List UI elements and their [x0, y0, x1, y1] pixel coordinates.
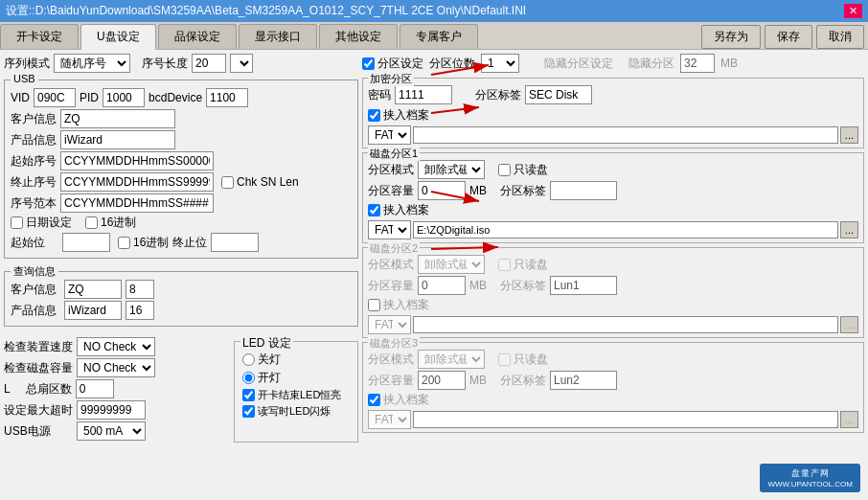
- hex16-2-checkbox[interactable]: [118, 237, 130, 249]
- serial-len-label: 序号长度: [142, 56, 188, 72]
- disk1-capacity-input[interactable]: [418, 181, 466, 200]
- disk2-capacity-input[interactable]: [418, 276, 466, 295]
- disk2-mode-select[interactable]: 卸除式磁碟: [418, 255, 485, 274]
- disk2-readonly-label[interactable]: 只读盘: [498, 257, 548, 273]
- led-finish-label[interactable]: 开卡结束LED恒亮: [242, 388, 350, 402]
- chk-sn-len-label[interactable]: Chk SN Len: [221, 175, 299, 189]
- cancel-button[interactable]: 取消: [816, 25, 864, 49]
- partition-count-select[interactable]: 1234: [481, 54, 519, 73]
- tab-usb-setting[interactable]: U盘设定: [80, 24, 156, 50]
- disk1-mode-select[interactable]: 卸除式磁碟: [418, 160, 485, 179]
- pid-input[interactable]: [103, 88, 145, 107]
- led-on-radio[interactable]: [242, 372, 255, 384]
- disk1-archive-check[interactable]: 挟入档案: [368, 202, 858, 218]
- disk2-tag-input[interactable]: [550, 276, 617, 295]
- q-product-input[interactable]: [64, 301, 122, 320]
- check-speed-select[interactable]: NO Check: [77, 337, 155, 356]
- disk1-tag-input[interactable]: [550, 181, 617, 200]
- start-sn-input[interactable]: [60, 151, 214, 170]
- close-button[interactable]: ✕: [844, 4, 862, 18]
- serial-mode-select[interactable]: 随机序号: [54, 54, 130, 73]
- disk3-capacity-input[interactable]: [418, 371, 466, 390]
- disk1-readonly-checkbox[interactable]: [498, 164, 511, 176]
- start-pos-label: 起始位: [11, 235, 58, 251]
- partition-tag-1-input[interactable]: [525, 85, 592, 104]
- date-setting-checkbox[interactable]: [11, 216, 23, 229]
- browse-disk1-button[interactable]: ...: [840, 221, 858, 239]
- tab-open-card[interactable]: 开卡设定: [0, 24, 79, 49]
- check-section: 检查装置速度 NO Check 检查磁盘容量 NO Check L 总扇区数: [4, 337, 226, 443]
- led-finish-checkbox[interactable]: [242, 389, 255, 401]
- led-read-checkbox[interactable]: [242, 405, 255, 418]
- led-off-radio[interactable]: [242, 353, 255, 366]
- tab-other[interactable]: 其他设定: [319, 24, 398, 49]
- tab-customer[interactable]: 专属客户: [400, 24, 478, 49]
- disk3-fat-select[interactable]: FAT: [368, 410, 411, 429]
- customer-input[interactable]: [60, 109, 175, 128]
- disk3-file-path-input[interactable]: [413, 411, 838, 428]
- disk2-readonly-checkbox[interactable]: [498, 259, 511, 271]
- sn-sample-input[interactable]: [60, 193, 214, 213]
- total-sectors-input[interactable]: [76, 379, 114, 398]
- vid-input[interactable]: [34, 88, 76, 107]
- disk3-readonly-label[interactable]: 只读盘: [498, 352, 548, 368]
- led-on-label[interactable]: 开灯: [242, 370, 350, 386]
- hex16-label[interactable]: 16进制: [85, 215, 136, 231]
- led-read-label[interactable]: 读写时LED闪烁: [242, 404, 350, 419]
- archive-1-checkbox[interactable]: [368, 109, 380, 122]
- disk1-file-path-input[interactable]: [413, 221, 838, 239]
- password-input[interactable]: [395, 85, 452, 104]
- max-time-input[interactable]: [77, 400, 146, 420]
- query-group: 查询信息 客户信息 产品信息: [4, 271, 358, 327]
- title-text: 设置::D:\BaiduYunDownload\SM3259AA\Beta_SM…: [6, 3, 526, 19]
- start-sn-label: 起始序号: [11, 153, 57, 170]
- disk3-archive-check[interactable]: 挟入档案: [368, 392, 858, 408]
- browse-disk2-button[interactable]: ...: [840, 316, 858, 333]
- tab-quality[interactable]: 品保设定: [158, 24, 237, 49]
- q-customer-num-input[interactable]: [126, 280, 154, 299]
- bcd-input[interactable]: [206, 88, 248, 107]
- disk3-group-title: 磁盘分区3: [368, 336, 420, 351]
- hex16-checkbox[interactable]: [85, 216, 98, 229]
- archive-1-check[interactable]: 挟入档案: [368, 107, 858, 124]
- disk2-file-path-input[interactable]: [413, 316, 838, 333]
- disk1-fat-select[interactable]: FAT: [368, 220, 411, 239]
- fat-1-select[interactable]: FAT: [368, 125, 411, 145]
- file-path-1-input[interactable]: [413, 126, 838, 144]
- q-product-num-input[interactable]: [126, 301, 154, 320]
- hidden-partition-input[interactable]: [680, 54, 715, 73]
- disk3-archive-checkbox[interactable]: [368, 394, 380, 406]
- date-setting-label[interactable]: 日期设定: [11, 215, 72, 231]
- disk1-readonly-label[interactable]: 只读盘: [498, 162, 548, 178]
- start-pos-input[interactable]: [62, 233, 110, 252]
- browse-1-button[interactable]: ...: [840, 126, 858, 144]
- disk3-readonly-checkbox[interactable]: [498, 353, 511, 366]
- product-input[interactable]: [60, 130, 175, 149]
- serial-mode-row: 序列模式 随机序号 序号长度 ▼: [4, 54, 358, 73]
- q-customer-label: 客户信息: [11, 282, 60, 298]
- disk2-archive-checkbox[interactable]: [368, 299, 380, 311]
- usb-power-select[interactable]: 500 mA: [77, 421, 146, 441]
- end-sn-input[interactable]: [60, 172, 214, 192]
- disk1-archive-checkbox[interactable]: [368, 204, 380, 216]
- disk3-tag-input[interactable]: [550, 371, 617, 390]
- partition-setting-checkbox[interactable]: [362, 57, 375, 70]
- customer-label: 客户信息: [11, 111, 57, 127]
- end-pos-input[interactable]: [211, 233, 259, 252]
- save-button[interactable]: 保存: [765, 25, 812, 49]
- partition-setting-check[interactable]: 分区设定: [362, 56, 423, 72]
- chk-sn-len-checkbox[interactable]: [221, 176, 234, 189]
- save-as-button[interactable]: 另存为: [701, 25, 761, 49]
- disk2-fat-select[interactable]: FAT: [368, 315, 411, 334]
- disk3-mode-select[interactable]: 卸除式磁碟: [418, 350, 485, 369]
- check-disk-select[interactable]: NO Check: [77, 358, 155, 377]
- disk3-group: 磁盘分区3 分区模式 卸除式磁碟 只读盘 分区容量 MB 分区标签: [362, 342, 864, 433]
- tab-display[interactable]: 显示接口: [239, 24, 317, 49]
- disk2-archive-check[interactable]: 挟入档案: [368, 297, 858, 313]
- hex16-2-label[interactable]: 16进制: [118, 235, 169, 251]
- led-off-label[interactable]: 关灯: [242, 352, 350, 368]
- serial-len-input[interactable]: [192, 54, 226, 73]
- q-customer-input[interactable]: [64, 280, 122, 299]
- browse-disk3-button[interactable]: ...: [840, 411, 858, 428]
- serial-len-select[interactable]: ▼: [230, 54, 253, 73]
